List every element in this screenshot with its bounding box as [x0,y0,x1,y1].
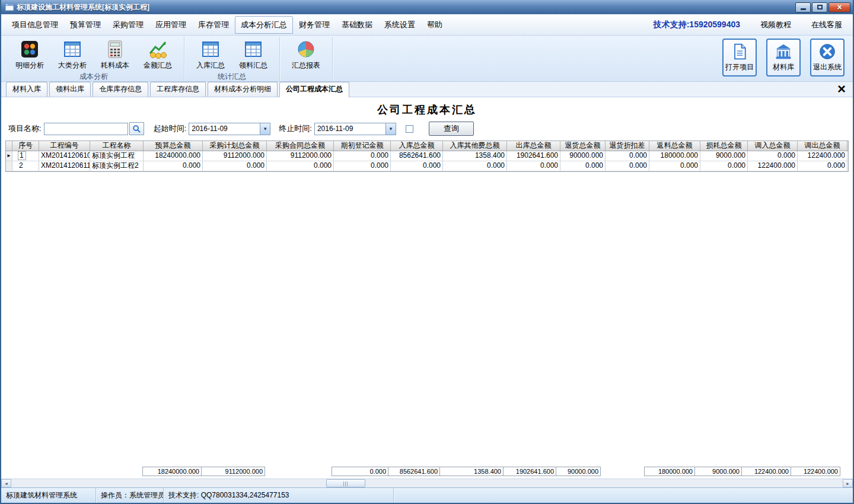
status-bar: 标顶建筑材料管理系统操作员：系统管理员技术支持: QQ780031334,242… [1,487,853,503]
amount-summary-icon [148,39,168,59]
report-pie-icon [296,39,316,59]
cell-预算总金额: 18240000.000 [144,151,203,161]
summary-row: 18240000.0009112000.0000.0008562641.6001… [5,467,849,476]
cell-调出总金额: 0.000 [798,161,847,171]
column-header-工程编号[interactable]: 工程编号 [39,141,90,151]
ribbon-groups: 明细分析大类分析耗料成本金额汇总成本分析入库汇总领料汇总统计汇总汇总报表 [4,37,333,81]
document-tabstrip: 材料入库领料出库仓库库存信息工程库存信息材料成本分析明细公司工程成本汇总 × [1,82,853,97]
row-gutter [6,161,12,171]
ribbon-button-label: 汇总报表 [286,60,326,71]
menu-item-成本分析汇总[interactable]: 成本分析汇总 [235,16,293,34]
column-header-出库总金额[interactable]: 出库总金额 [507,141,560,151]
cell-预算总金额: 0.000 [144,161,203,171]
page-title: 公司工程成本汇总 [1,97,853,120]
menu-item-采购管理[interactable]: 采购管理 [107,16,149,34]
tab-材料入库[interactable]: 材料入库 [6,82,47,97]
column-header-预算总金额[interactable]: 预算总金额 [144,141,203,151]
online-service-link[interactable]: 在线客服 [811,20,842,30]
table-row[interactable]: ►1XM201412061046标顶实例工程18240000.000911200… [6,151,848,161]
cell-序号: 2 [12,161,39,171]
project-name-input[interactable] [44,123,128,135]
column-header-工程名称[interactable]: 工程名称 [90,141,144,151]
cell-采购合同总金额: 9112000.000 [267,151,334,161]
ribbon-button-退出系统[interactable]: 退出系统 [810,39,845,76]
minimize-button[interactable] [795,2,811,12]
material-bank-icon [775,43,792,60]
tab-领料出库[interactable]: 领料出库 [49,82,91,97]
ribbon-button-金额汇总[interactable]: 金额汇总 [136,37,179,72]
end-date-select[interactable]: 2016-11-09 ▼ [314,123,396,135]
ribbon-button-label: 材料库 [773,62,794,72]
menu-item-库存管理[interactable]: 库存管理 [192,16,235,34]
statusbar-sections: 标顶建筑材料管理系统操作员：系统管理员技术支持: QQ780031334,242… [1,488,853,503]
ribbon-button-label: 打开项目 [725,62,754,72]
ribbon-button-大类分析[interactable]: 大类分析 [51,37,94,72]
column-header-调出总金额[interactable]: 调出总金额 [798,141,847,151]
ribbon-group: 汇总报表 [280,37,333,81]
column-header-入库其他费总额[interactable]: 入库其他费总额 [443,141,507,151]
scrollbar-thumb[interactable] [326,479,365,487]
summary-cell-预算总金额: 18240000.000 [142,467,202,476]
query-button[interactable]: 查询 [429,122,474,136]
ribbon-button-入库汇总[interactable]: 入库汇总 [189,37,232,72]
menu-item-预算管理[interactable]: 预算管理 [64,16,107,34]
start-date-value: 2016-11-09 [189,125,260,133]
ribbon-button-明细分析[interactable]: 明细分析 [8,37,51,72]
ribbon-button-打开项目[interactable]: 打开项目 [722,39,757,76]
column-header-入库总金额[interactable]: 入库总金额 [391,141,443,151]
menu-item-基础数据[interactable]: 基础数据 [336,16,378,34]
summary-cell-采购合同总金额 [265,467,332,476]
table-row[interactable]: 2XM201412061137标顶实例工程20.0000.0000.0000.0… [6,161,848,171]
menu-item-项目信息管理[interactable]: 项目信息管理 [6,16,64,34]
end-date-value: 2016-11-09 [315,125,385,133]
category-analysis-icon [62,39,82,59]
summary-cell-入库其他费总额: 1358.400 [439,467,504,476]
cell-退货总金额: 90000.000 [560,151,606,161]
scroll-left-icon[interactable]: ◄ [1,479,11,487]
tab-仓库库存信息[interactable]: 仓库库存信息 [93,82,148,97]
inbound-summary-icon [200,39,221,59]
project-name-label: 项目名称: [8,123,42,134]
cell-返料总金额: 180000.000 [649,151,700,161]
summary-cell-工程名称 [90,467,143,476]
tab-公司工程成本汇总[interactable]: 公司工程成本汇总 [279,82,349,97]
menu-items: 项目信息管理预算管理采购管理应用管理库存管理成本分析汇总财务管理基础数据系统设置… [6,16,448,34]
tab-材料成本分析明细[interactable]: 材料成本分析明细 [208,82,278,97]
menu-item-财务管理[interactable]: 财务管理 [293,16,336,34]
ribbon-button-耗料成本[interactable]: 耗料成本 [94,37,136,72]
cell-工程名称: 标顶实例工程2 [90,161,144,171]
end-date-label: 终止时间: [279,123,312,134]
row-number: 1 [18,151,26,160]
ribbon-button-汇总报表[interactable]: 汇总报表 [285,37,327,72]
column-header-调入总金额[interactable]: 调入总金额 [748,141,798,151]
cell-采购计划总金额: 9112000.000 [203,151,267,161]
ribbon-button-label: 领料汇总 [233,60,273,71]
search-button[interactable] [129,122,144,135]
column-header-损耗总金额[interactable]: 损耗总金额 [700,141,748,151]
column-header-采购合同总金额[interactable]: 采购合同总金额 [267,141,334,151]
window-controls: × [795,2,850,12]
menu-item-帮助[interactable]: 帮助 [421,16,448,34]
close-tab-icon[interactable]: × [837,82,846,96]
column-header-采购计划总金额[interactable]: 采购计划总金额 [203,141,267,151]
close-button[interactable]: × [828,2,850,12]
column-header-期初登记金额[interactable]: 期初登记金额 [334,141,391,151]
column-header-退货折扣差[interactable]: 退货折扣差 [606,141,649,151]
summary-cell-退货折扣差 [601,467,645,476]
ribbon-button-领料汇总[interactable]: 领料汇总 [232,37,275,72]
exit-icon [818,43,836,60]
video-tutorial-link[interactable]: 视频教程 [760,20,791,30]
scroll-right-icon[interactable]: ► [843,479,853,487]
horizontal-scrollbar[interactable]: ◄ ► [1,479,853,487]
date-filter-checkbox[interactable] [406,125,413,133]
column-header-序号[interactable]: 序号 [12,141,39,151]
menu-item-应用管理[interactable]: 应用管理 [149,16,192,34]
ribbon-group: 入库汇总领料汇总统计汇总 [184,37,280,81]
ribbon-button-材料库[interactable]: 材料库 [766,39,801,76]
tab-工程库存信息[interactable]: 工程库存信息 [150,82,206,97]
menu-item-系统设置[interactable]: 系统设置 [378,16,421,34]
maximize-button[interactable] [812,2,827,12]
column-header-退货总金额[interactable]: 退货总金额 [560,141,606,151]
start-date-select[interactable]: 2016-11-09 ▼ [189,123,270,135]
column-header-返料总金额[interactable]: 返料总金额 [649,141,700,151]
